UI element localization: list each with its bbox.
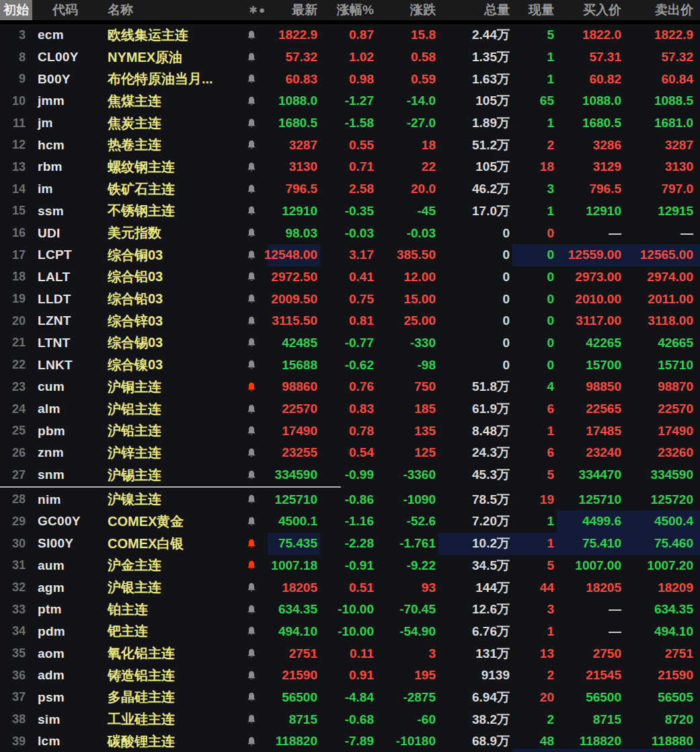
cell-change[interactable]: -9.22 (377, 555, 438, 577)
cell-name[interactable]: 铸造铝主连 (102, 667, 235, 685)
cell-total-volume[interactable]: 38.2万 (438, 708, 512, 730)
cell-last-price[interactable]: 1088.0 (268, 90, 320, 112)
cell-bid-price[interactable]: 796.5 (557, 178, 624, 200)
cell-total-volume[interactable]: 0 (438, 332, 512, 354)
cell-code[interactable]: rbm (32, 159, 102, 174)
cell-code[interactable]: ssm (32, 204, 102, 219)
cell-ask-price[interactable]: 75.460 (624, 533, 700, 555)
table-row[interactable]: 23 cum 沪铜主连 98860 0.76 750 51.8万 4 98850… (0, 376, 700, 398)
cell-ask-price[interactable]: 2974.00 (624, 266, 700, 289)
cell-bid-price[interactable]: 8715 (557, 708, 624, 730)
table-row[interactable]: 36 adm 铸造铝主连 21590 0.91 195 9139 2 21545… (0, 665, 700, 687)
cell-last-price[interactable]: 1007.18 (268, 555, 320, 577)
cell-change[interactable]: 0.58 (377, 46, 438, 69)
cell-ask-price[interactable]: 12565.00 (624, 244, 700, 266)
alert-bell-icon[interactable] (235, 621, 268, 643)
cell-name[interactable]: 不锈钢主连 (102, 202, 235, 220)
cell-name[interactable]: 铂主连 (102, 601, 235, 619)
cell-total-volume[interactable]: 0 (438, 244, 512, 266)
cell-change-pct[interactable]: 0.87 (320, 24, 377, 46)
cell-total-volume[interactable]: 68.9万 (438, 730, 512, 752)
cell-total-volume[interactable]: 24.3万 (438, 442, 512, 464)
cell-change-pct[interactable]: -0.62 (320, 354, 377, 376)
alert-bell-icon[interactable] (235, 730, 268, 752)
cell-total-volume[interactable]: 144万 (438, 576, 512, 599)
alert-bell-icon[interactable] (235, 420, 268, 442)
cell-last-price[interactable]: 3115.50 (268, 310, 320, 332)
cell-current-volume[interactable]: 1 (512, 200, 557, 223)
cell-last-price[interactable]: 2009.50 (268, 288, 320, 310)
alert-bell-icon[interactable] (235, 599, 268, 621)
cell-current-volume[interactable]: 0 (512, 222, 557, 244)
column-header-name[interactable]: 名称 (102, 1, 235, 19)
cell-ask-price[interactable]: 334590 (624, 464, 700, 486)
cell-code[interactable]: LTNT (32, 336, 102, 350)
cell-current-volume[interactable]: 0 (512, 266, 557, 289)
cell-name[interactable]: 综合铅03 (102, 290, 235, 308)
cell-last-price[interactable]: 1680.5 (268, 112, 320, 135)
cell-current-volume[interactable]: 0 (512, 332, 557, 354)
alert-bell-icon[interactable] (235, 112, 268, 135)
cell-code[interactable]: SI00Y (32, 536, 102, 551)
cell-current-volume[interactable]: 44 (512, 576, 557, 599)
cell-change-pct[interactable]: -0.77 (320, 332, 377, 354)
cell-name[interactable]: 综合铜03 (102, 246, 235, 264)
cell-ask-price[interactable]: 1007.20 (624, 555, 700, 577)
cell-total-volume[interactable]: 105万 (438, 156, 512, 178)
table-row[interactable]: 27 snm 沪锡主连 334590 -0.99 -3360 45.3万 5 3… (0, 464, 700, 486)
cell-current-volume[interactable]: 6 (512, 398, 557, 420)
cell-change-pct[interactable]: -4.84 (320, 687, 377, 709)
cell-last-price[interactable]: 60.83 (268, 68, 320, 90)
cell-name[interactable]: 焦煤主连 (102, 92, 235, 110)
alert-bell-icon[interactable] (235, 222, 268, 244)
cell-current-volume[interactable]: 2 (512, 134, 557, 156)
alert-bell-icon[interactable] (235, 68, 268, 90)
table-row[interactable]: 32 agm 沪银主连 18205 0.51 93 144万 44 18205 … (0, 576, 700, 599)
cell-change[interactable]: 385.50 (377, 244, 438, 266)
cell-change[interactable]: -330 (377, 332, 438, 354)
cell-code[interactable]: GC00Y (32, 514, 102, 529)
cell-ask-price[interactable]: 12915 (624, 200, 700, 223)
cell-change-pct[interactable]: 0.55 (320, 134, 377, 156)
cell-name[interactable]: 沪锡主连 (102, 466, 235, 484)
cell-total-volume[interactable]: 0 (438, 310, 512, 332)
cell-total-volume[interactable]: 0 (438, 288, 512, 310)
cell-change-pct[interactable]: -0.91 (320, 555, 377, 577)
cell-change-pct[interactable]: 0.11 (320, 642, 377, 665)
cell-ask-price[interactable]: 797.0 (624, 178, 700, 200)
cell-last-price[interactable]: 2751 (268, 642, 320, 665)
alert-bell-icon[interactable] (235, 464, 268, 486)
cell-change[interactable]: 93 (377, 576, 438, 599)
cell-last-price[interactable]: 22570 (268, 398, 320, 420)
cell-current-volume[interactable]: 3 (512, 599, 557, 621)
cell-current-volume[interactable]: 0 (512, 288, 557, 310)
cell-change-pct[interactable]: -0.68 (320, 708, 377, 730)
table-row[interactable]: 37 psm 多晶硅主连 56500 -4.84 -2875 6.94万 20 … (0, 687, 700, 709)
cell-change[interactable]: 18 (377, 134, 438, 156)
cell-ask-price[interactable]: 2011.00 (624, 288, 700, 310)
cell-name[interactable]: 沪锌主连 (102, 444, 235, 462)
cell-name[interactable]: 美元指数 (102, 224, 235, 242)
cell-last-price[interactable]: 56500 (268, 687, 320, 709)
table-row[interactable]: 10 jmm 焦煤主连 1088.0 -1.27 -14.0 105万 65 1… (0, 90, 700, 112)
cell-change[interactable]: 750 (377, 376, 438, 398)
cell-current-volume[interactable]: 1 (512, 46, 557, 69)
cell-last-price[interactable]: 98860 (268, 376, 320, 398)
cell-total-volume[interactable]: 51.2万 (438, 134, 512, 156)
cell-bid-price[interactable]: 21545 (557, 665, 624, 687)
cell-current-volume[interactable]: 2 (512, 708, 557, 730)
cell-change-pct[interactable]: -7.89 (320, 730, 377, 752)
cell-ask-price[interactable]: 23260 (624, 442, 700, 464)
cell-ask-price[interactable]: 18209 (624, 576, 700, 599)
cell-change-pct[interactable]: 0.81 (320, 310, 377, 332)
cell-total-volume[interactable]: 131万 (438, 642, 512, 665)
cell-code[interactable]: nim (32, 492, 102, 507)
cell-bid-price[interactable]: 1822.0 (557, 24, 624, 46)
alert-bell-icon[interactable] (235, 354, 268, 376)
table-row[interactable]: 28 nim 沪镍主连 125710 -0.86 -1090 78.5万 19 … (0, 488, 700, 511)
cell-total-volume[interactable]: 2.44万 (438, 24, 512, 46)
cell-bid-price[interactable]: 57.31 (557, 46, 624, 69)
cell-code[interactable]: UDI (32, 226, 102, 241)
cell-current-volume[interactable]: 5 (512, 555, 557, 577)
cell-name[interactable]: 碳酸锂主连 (102, 732, 235, 751)
